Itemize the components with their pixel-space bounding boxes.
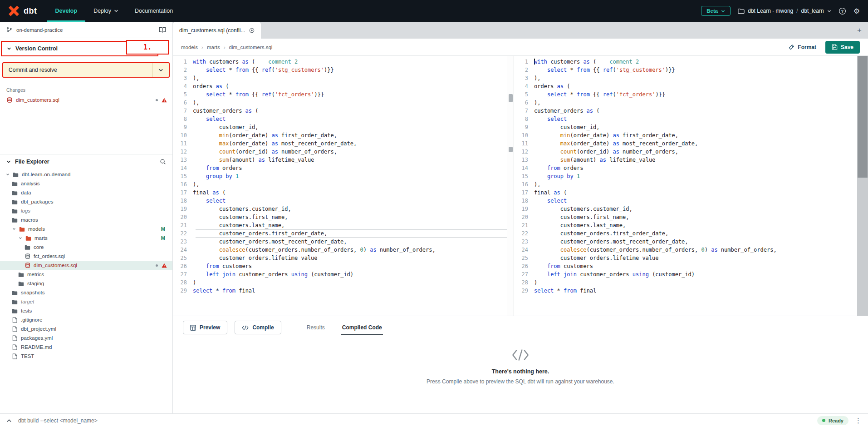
code-line[interactable]: 21 customers.last_name, [514,221,857,229]
code-line[interactable]: 22 customer_orders.first_order_date, [514,229,857,238]
beta-toggle[interactable]: Beta [701,6,731,16]
tree-item-README.md[interactable]: README.md [0,343,172,352]
compile-button[interactable]: Compile [235,321,281,334]
code-line[interactable]: 25 customer_orders.lifetime_value [514,254,857,262]
code-line[interactable]: 15 group by 1 [173,172,507,180]
tree-item-marts[interactable]: martsM [0,233,172,243]
code-line[interactable]: 14 from orders [514,164,857,172]
chevron-down-icon[interactable] [827,9,831,13]
code-line[interactable]: 16), [514,180,857,189]
code-line[interactable]: 13 sum(amount) as lifetime_value [173,156,507,164]
tree-item-core[interactable]: core [0,243,172,252]
editor-pane-right[interactable]: 1with customers as ( -- comment 22 selec… [514,56,857,316]
code-line[interactable]: 23 customer_orders.most_recent_order_dat… [514,238,857,246]
code-line[interactable]: 10 min(order_date) as first_order_date, [514,131,857,139]
help-icon[interactable]: ? [839,7,846,15]
code-line[interactable]: 19 customers.customer_id, [173,205,507,213]
code-line[interactable]: 1with customers as ( -- comment 2 [173,58,507,66]
code-line[interactable]: 22 customer_orders.first_order_date, [173,229,507,238]
code-line[interactable]: 23 customer_orders.most_recent_order_dat… [173,238,507,246]
code-line[interactable]: 20 customers.first_name, [514,213,857,221]
code-line[interactable]: 19 customers.customer_id, [514,205,857,213]
tree-item-dbt-learn-on-demand[interactable]: dbt-learn-on-demand [0,170,172,179]
tree-item-staging[interactable]: staging [0,279,172,288]
code-line[interactable]: 6), [514,99,857,107]
tree-item-tests[interactable]: tests [0,306,172,315]
code-line[interactable]: 13 sum(amount) as lifetime_value [514,156,857,164]
code-line[interactable]: 5 select * from {{ ref('fct_orders')}} [514,90,857,99]
tree-item-data[interactable]: data [0,188,172,197]
code-line[interactable]: 8 select [514,115,857,123]
nav-documentation[interactable]: Documentation [127,0,181,22]
format-button[interactable]: Format [789,44,816,50]
editor-scrollbar[interactable] [857,56,868,316]
kebab-menu-icon[interactable]: ⋮ [855,417,862,425]
code-line[interactable]: 27 left join customer_orders using (cust… [173,270,507,278]
changed-file-dim_customers.sql[interactable]: dim_customers.sql [0,96,172,104]
code-line[interactable]: 29select * from final [173,287,507,295]
code-line[interactable]: 4orders as ( [514,82,857,90]
code-line[interactable]: 10 min(order_date) as first_order_date, [173,131,507,139]
commit-options-caret[interactable] [152,63,169,77]
code-line[interactable]: 11 max(order_date) as most_recent_order_… [173,139,507,148]
new-tab-plus-icon[interactable]: + [851,26,868,35]
code-line[interactable]: 1with customers as ( -- comment 2 [514,58,857,66]
code-line[interactable]: 18 select [173,197,507,205]
code-line[interactable]: 28) [173,278,507,287]
code-line[interactable]: 24 coalesce(customer_orders.number_of_or… [514,246,857,254]
code-line[interactable]: 7customer_orders as ( [173,107,507,115]
code-line[interactable]: 17final as ( [173,189,507,197]
code-line[interactable]: 3), [514,74,857,82]
code-line[interactable]: 20 customers.first_name, [173,213,507,221]
tab-dim-customers-sql[interactable]: dim_customers.sql (confli... [173,22,261,39]
code-line[interactable]: 24 coalesce(customer_orders.number_of_or… [173,246,507,254]
commit-and-resolve-button[interactable]: Commit and resolve [2,62,170,78]
nav-develop[interactable]: Develop [47,0,85,22]
code-line[interactable]: 15 group by 1 [514,172,857,180]
code-line[interactable]: 18 select [514,197,857,205]
code-line[interactable]: 6), [173,99,507,107]
tree-item-fct_orders.sql[interactable]: fct_orders.sql [0,252,172,261]
tab-results[interactable]: Results [306,320,326,335]
code-line[interactable]: 4orders as ( [173,82,507,90]
tree-item-packages.yml[interactable]: packages.yml [0,333,172,343]
tab-compiled-code[interactable]: Compiled Code [341,320,383,335]
code-line[interactable]: 9 customer_id, [514,123,857,131]
dbt-logo[interactable]: dbt [0,5,47,17]
code-line[interactable]: 3), [173,74,507,82]
code-line[interactable]: 5 select * from {{ ref('fct_orders')}} [173,90,507,99]
tree-item-TEST[interactable]: TEST [0,352,172,361]
code-line[interactable]: 2 select * from {{ ref('stg_customers')}… [173,66,507,74]
tree-item-target[interactable]: target [0,297,172,306]
branch-name[interactable]: on-demand-practice [16,27,63,33]
gear-icon[interactable]: ⚙ [853,7,860,15]
code-line[interactable]: 26 from customers [173,262,507,270]
collapse-panel-icon[interactable] [6,418,12,423]
editor-pane-left[interactable]: 1with customers as ( -- comment 22 selec… [173,56,507,316]
breadcrumb-marts[interactable]: marts [198,45,220,50]
file-explorer-header[interactable]: File Explorer [0,154,172,169]
tree-item-dbt_packages[interactable]: dbt_packages [0,197,172,206]
code-line[interactable]: 29select * from final [514,287,857,295]
code-line[interactable]: 8 select [173,115,507,123]
search-icon[interactable] [160,159,166,165]
left-pane-scrollbar[interactable] [507,56,514,316]
scrollbar-thumb[interactable] [509,94,513,102]
code-line[interactable]: 11 max(order_date) as most_recent_order_… [514,139,857,148]
code-line[interactable]: 2 select * from {{ ref('stg_customers')}… [514,66,857,74]
preview-button[interactable]: Preview [183,321,227,334]
scrollbar-thumb[interactable] [858,56,868,178]
code-line[interactable]: 27 left join customer_orders using (cust… [514,270,857,278]
code-line[interactable]: 21 customers.last_name, [173,221,507,229]
code-line[interactable]: 17final as ( [514,189,857,197]
tree-item-metrics[interactable]: metrics [0,270,172,279]
command-input-hint[interactable]: dbt build --select <model_name> [18,417,98,424]
code-line[interactable]: 14 from orders [173,164,507,172]
docs-icon[interactable] [159,27,166,33]
breadcrumb-file[interactable]: dim_customers.sql [220,45,273,50]
code-line[interactable]: 26 from customers [514,262,857,270]
project-name[interactable]: dbt_learn [801,8,824,14]
code-line[interactable]: 28) [514,278,857,287]
nav-deploy[interactable]: Deploy [85,0,127,22]
code-line[interactable]: 25 customer_orders.lifetime_value [173,254,507,262]
